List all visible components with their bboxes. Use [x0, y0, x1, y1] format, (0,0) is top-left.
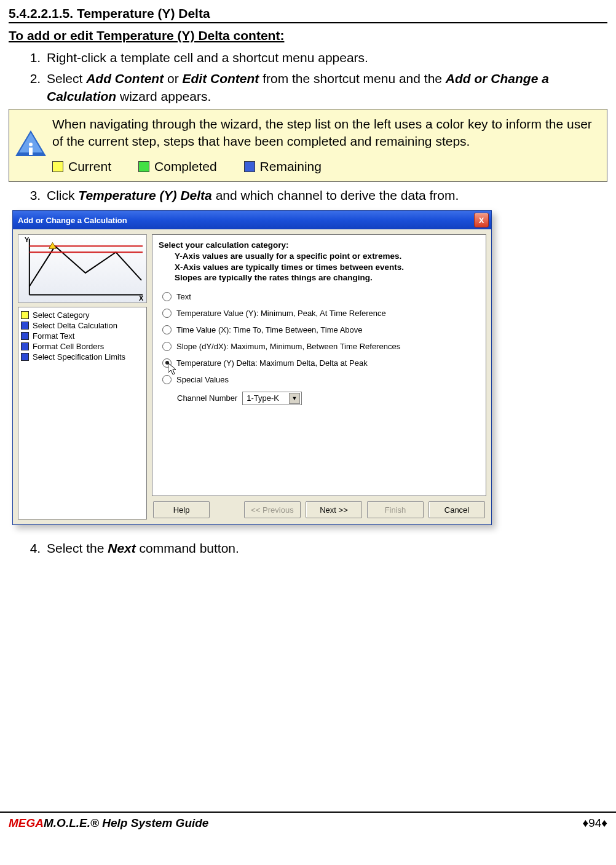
radio-icon — [162, 325, 172, 334]
info-icon — [15, 130, 46, 161]
step-4-end: command button. — [136, 541, 239, 555]
finish-button[interactable]: Finish — [367, 501, 424, 518]
dialog-title: Add or Change a Calculation — [18, 216, 127, 225]
step-4-bold: Next — [108, 541, 136, 555]
dialog-titlebar[interactable]: Add or Change a Calculation X — [13, 211, 491, 229]
previous-button[interactable]: << Previous — [244, 501, 301, 518]
step-format-text[interactable]: Format Text — [21, 331, 144, 341]
step-spec-limits[interactable]: Select Specification Limits — [21, 352, 144, 362]
step-3-end: and which channel to derive the data fro… — [212, 188, 459, 202]
footer-page: ♦94♦ — [582, 816, 607, 830]
step-label: Format Cell Borders — [33, 342, 104, 351]
wizard-dialog: Add or Change a Calculation X Y X — [12, 210, 492, 525]
prompt-l1: Select your calculation category: — [159, 240, 289, 250]
page-footer: MEGAM.O.L.E.® Help System Guide ♦94♦ — [0, 812, 616, 836]
square-icon — [21, 311, 29, 319]
step-1: Right-click a template cell and a shortc… — [44, 49, 607, 66]
cancel-button[interactable]: Cancel — [428, 501, 485, 518]
prompt-l2: Y-Axis values are usually for a specific… — [159, 251, 480, 262]
key-current-swatch — [52, 161, 63, 172]
step-label: Format Text — [33, 331, 74, 341]
key-remaining-swatch — [244, 161, 255, 172]
radio-icon — [162, 358, 172, 368]
step-label: Select Specification Limits — [33, 352, 125, 361]
next-button[interactable]: Next >> — [306, 501, 362, 518]
radio-label: Temperature Value (Y): Minimum, Peak, At… — [176, 309, 386, 318]
prompt-l3: X-Axis values are typically times or tim… — [159, 262, 480, 273]
key-completed-label: Completed — [154, 158, 217, 175]
info-text-wrap: When navigating through the wizard, the … — [52, 116, 601, 175]
step-2-mid: or — [164, 71, 182, 85]
prompt-panel: Select your calculation category: Y-Axis… — [152, 234, 486, 496]
radio-special[interactable]: Special Values — [162, 375, 480, 384]
section-number: 5.4.2.2.1.5. Temperature (Y) Delta — [9, 6, 607, 23]
radio-icon — [162, 309, 172, 318]
step-label: Select Category — [33, 310, 90, 320]
channel-row: Channel Number 1-Type-K ▼ — [162, 392, 480, 405]
step-3-bold: Temperature (Y) Delta — [78, 188, 211, 202]
preview-graph: Y X — [18, 234, 147, 303]
wizard-step-list[interactable]: Select Category Select Delta Calculation… — [18, 307, 147, 519]
radio-label: Text — [176, 292, 191, 301]
prompt-header: Select your calculation category: Y-Axis… — [159, 240, 480, 283]
step-select-category[interactable]: Select Category — [21, 310, 144, 320]
steps-list: Right-click a template cell and a shortc… — [9, 49, 607, 105]
step-4-pre: Select the — [47, 541, 108, 555]
help-button[interactable]: Help — [153, 501, 210, 518]
radio-temp-delta[interactable]: Temperature (Y) Delta: Maximum Delta, De… — [162, 358, 480, 368]
footer-brand-mega: MEGA — [9, 816, 44, 829]
step-4: Select the Next command button. — [44, 540, 607, 557]
key-remaining-label: Remaining — [260, 158, 322, 175]
section-subhead: To add or edit Temperature (Y) Delta con… — [9, 28, 607, 43]
step-2-text: Select — [47, 71, 86, 85]
square-icon — [21, 332, 29, 340]
steps-list-cont2: Select the Next command button. — [9, 540, 607, 557]
radio-label: Temperature (Y) Delta: Maximum Delta, De… — [176, 358, 368, 368]
button-row: Help << Previous Next >> Finish Cancel — [152, 496, 486, 519]
radio-time-value[interactable]: Time Value (X): Time To, Time Between, T… — [162, 325, 480, 334]
radio-group: Text Temperature Value (Y): Minimum, Pea… — [159, 292, 480, 405]
step-2-aft: from the shortcut menu and the — [259, 71, 446, 85]
footer-brand: MEGAM.O.L.E.® Help System Guide — [9, 816, 208, 830]
square-icon — [21, 353, 29, 361]
info-callout: When navigating through the wizard, the … — [9, 109, 607, 182]
step-2-end: wizard appears. — [116, 89, 211, 103]
svg-text:X: X — [139, 295, 144, 302]
prompt-l4: Slopes are typically the rates things ar… — [159, 272, 480, 283]
key-completed-swatch — [138, 161, 149, 172]
step-select-delta[interactable]: Select Delta Calculation — [21, 320, 144, 331]
square-icon — [21, 322, 29, 330]
step-2-bold-2: Edit Content — [183, 71, 259, 85]
radio-icon — [162, 292, 172, 301]
radio-text[interactable]: Text — [162, 292, 480, 301]
info-text: When navigating through the wizard, the … — [52, 116, 601, 151]
steps-list-cont: Click Temperature (Y) Delta and which ch… — [9, 187, 607, 204]
channel-select[interactable]: 1-Type-K ▼ — [242, 392, 302, 405]
radio-icon — [162, 342, 172, 351]
radio-slope[interactable]: Slope (dY/dX): Maximum, Minimum, Between… — [162, 342, 480, 351]
radio-temp-value[interactable]: Temperature Value (Y): Minimum, Peak, At… — [162, 309, 480, 318]
radio-label: Slope (dY/dX): Maximum, Minimum, Between… — [176, 342, 400, 351]
chevron-down-icon: ▼ — [289, 393, 300, 404]
channel-label: Channel Number — [177, 393, 237, 403]
step-2: Select Add Content or Edit Content from … — [44, 70, 607, 105]
footer-brand-rest: M.O.L.E.® Help System Guide — [44, 816, 208, 829]
step-format-borders[interactable]: Format Cell Borders — [21, 341, 144, 352]
svg-text:Y: Y — [25, 237, 30, 244]
square-icon — [21, 342, 29, 350]
radio-label: Time Value (X): Time To, Time Between, T… — [176, 325, 363, 334]
step-2-bold-1: Add Content — [86, 71, 164, 85]
step-label: Select Delta Calculation — [33, 321, 117, 330]
channel-value: 1-Type-K — [247, 393, 279, 403]
color-key-row: Current Completed Remaining — [52, 158, 601, 175]
step-3-pre: Click — [47, 188, 78, 202]
radio-icon — [162, 375, 172, 384]
key-current-label: Current — [68, 158, 111, 175]
step-3: Click Temperature (Y) Delta and which ch… — [44, 187, 607, 204]
radio-label: Special Values — [176, 375, 229, 384]
close-button[interactable]: X — [474, 213, 489, 227]
